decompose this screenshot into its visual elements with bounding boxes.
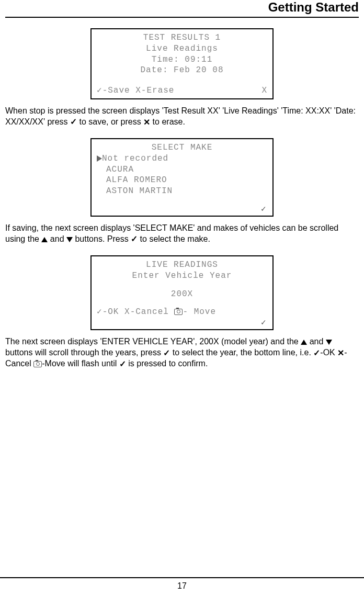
lcd-footer-left: ✓-Save X-Erase	[97, 85, 174, 96]
lcd-item: ACURA	[97, 164, 267, 175]
camera-icon	[174, 309, 183, 315]
lcd-line: LIVE READINGS	[97, 260, 267, 271]
check-icon: ✓	[119, 359, 126, 370]
check-icon: ✓	[131, 234, 138, 245]
triangle-right-icon	[97, 155, 102, 162]
lcd-footer: ✓	[97, 204, 267, 213]
page-header: Getting Started	[5, 0, 359, 18]
lcd-select-make: SELECT MAKE Not recorded ACURA ALFA ROME…	[90, 138, 274, 217]
camera-icon	[33, 361, 42, 367]
lcd-line: Date: Feb 20 08	[97, 65, 267, 76]
lcd-item: ALFA ROMERO	[97, 175, 267, 186]
lcd-line: Live Readings	[97, 43, 267, 54]
lcd-line: Enter Vehicle Year	[97, 271, 267, 282]
x-icon: ✕	[143, 118, 150, 127]
triangle-up-icon	[41, 237, 48, 242]
paragraph-1: When stop is pressed the screen displays…	[5, 106, 359, 128]
lcd-item: Not recorded	[97, 153, 267, 164]
lcd-footer-left: ✓-OK X-Cancel - Move	[97, 307, 267, 318]
paragraph-3: The next screen displays 'ENTER VEHICLE …	[5, 336, 359, 369]
lcd-test-results: TEST RESULTS 1 Live Readings Time: 09:11…	[90, 28, 274, 99]
lcd-item: ASTON MARTIN	[97, 186, 267, 197]
x-icon: ✕	[337, 349, 344, 357]
lcd-footer-right: X	[261, 85, 267, 96]
triangle-up-icon	[301, 340, 307, 345]
check-icon: ✓	[313, 348, 320, 359]
page-footer: 17	[0, 577, 364, 596]
triangle-down-icon	[66, 237, 73, 242]
paragraph-2: If saving, the next screen displays 'SEL…	[5, 223, 359, 245]
lcd-line: TEST RESULTS 1	[97, 32, 267, 43]
check-icon: ✓	[163, 348, 170, 359]
lcd-title: SELECT MAKE	[97, 142, 267, 153]
triangle-down-icon	[326, 340, 332, 345]
lcd-live-readings: LIVE READINGS Enter Vehicle Year 200X ✓-…	[90, 255, 274, 330]
lcd-line: 200X	[97, 289, 267, 300]
page-title: Getting Started	[5, 0, 359, 15]
page-number: 17	[177, 581, 187, 590]
lcd-line: Time: 09:11	[97, 54, 267, 65]
lcd-footer-right: ✓	[97, 318, 267, 327]
check-icon: ✓	[70, 117, 77, 128]
